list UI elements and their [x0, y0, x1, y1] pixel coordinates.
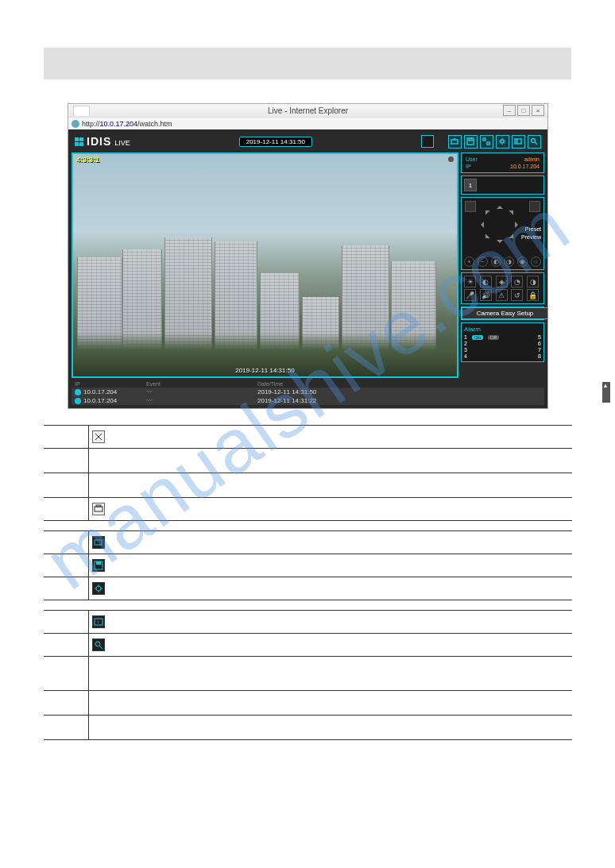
col-event: Event: [146, 381, 257, 387]
alarm-off-toggle[interactable]: Off: [488, 335, 499, 340]
col-ip: IP: [75, 381, 146, 387]
timestamp-display: 2019-12-11 14:31:50: [239, 137, 312, 147]
focus-far-button[interactable]: ◑: [504, 257, 514, 267]
alarm-5: 5: [538, 334, 541, 340]
image-control-panel: ☀ ◐ ◈ ◔ ◑ 🎤 🔊 ⚠ ↺ 🔒: [461, 272, 544, 304]
browser-tab[interactable]: [73, 106, 90, 116]
search-icon-ref: [92, 638, 105, 651]
ptz-right[interactable]: [515, 222, 521, 228]
print-icon-ref: [92, 503, 105, 515]
about-icon-ref: i: [92, 615, 105, 628]
video-pane[interactable]: 4:3:3:1 2019-12-11 14:31:50: [72, 152, 458, 378]
alarm-2: 2: [464, 341, 467, 346]
focus-near-button[interactable]: ◐: [491, 257, 501, 267]
close-button[interactable]: ×: [532, 105, 544, 116]
alarm-out-button[interactable]: ⚠: [496, 289, 508, 301]
preset-button[interactable]: Preset: [525, 226, 541, 232]
browser-window: Live - Internet Explorer – □ × http://10…: [68, 103, 548, 409]
scrollbar[interactable]: ▲: [602, 382, 610, 403]
svg-line-9: [535, 142, 537, 145]
user-label: User: [466, 156, 478, 162]
iris-close-button[interactable]: ○: [531, 257, 541, 267]
svg-line-21: [99, 646, 102, 649]
record-indicator: [448, 156, 454, 162]
iris-open-button[interactable]: ◉: [517, 257, 528, 267]
svg-point-8: [532, 139, 536, 143]
document-header-bar: [44, 48, 571, 79]
info-icon: [75, 389, 81, 395]
window-title: Live - Internet Explorer: [268, 106, 348, 115]
reset-button[interactable]: ↺: [511, 289, 523, 301]
alarm-title: Alarm: [464, 326, 541, 333]
alarm-panel: Alarm 1 On Off 5 2 6 3 7 4 8: [461, 322, 544, 362]
zoom-out-button[interactable]: −: [478, 257, 488, 267]
easy-setup-panel: Camera Easy Setup: [461, 307, 544, 320]
print-button[interactable]: [421, 135, 434, 148]
window-titlebar: Live - Internet Explorer – □ ×: [68, 104, 547, 117]
ptz-nw[interactable]: [481, 206, 489, 214]
svg-rect-4: [487, 142, 489, 145]
preview-button[interactable]: Preview: [521, 234, 541, 240]
svg-rect-12: [95, 507, 102, 511]
info-icon: [75, 398, 81, 404]
alarm-4: 4: [464, 353, 467, 359]
svg-rect-14: [95, 540, 102, 545]
logo: IDIS LIVE: [75, 135, 130, 148]
ip-value: 10.0.17.204: [510, 164, 540, 169]
save-button[interactable]: [464, 135, 478, 149]
about-button[interactable]: i: [512, 135, 525, 149]
ptz-corner-tl[interactable]: [465, 201, 476, 212]
lock-button[interactable]: 🔒: [527, 289, 539, 301]
url-scheme: http://: [82, 120, 100, 128]
search-mode-button[interactable]: [528, 135, 541, 149]
camera-icon-ref: [92, 536, 105, 549]
svg-rect-3: [483, 138, 485, 141]
toolbar-icons: i: [448, 135, 541, 149]
brightness-button[interactable]: ☀: [464, 276, 476, 287]
ptz-down[interactable]: [497, 240, 503, 246]
svg-text:i: i: [98, 619, 99, 624]
motion-icon: 〰: [146, 388, 257, 395]
mode-text: LIVE: [114, 139, 130, 147]
ptz-corner-tr[interactable]: [529, 201, 540, 212]
alarm-on-toggle[interactable]: On: [472, 335, 483, 340]
event-row[interactable]: 10.0.17.204 〰 2019-12-11 14:31:22: [72, 396, 544, 405]
minimize-button[interactable]: –: [503, 105, 516, 116]
zoom-in-button[interactable]: +: [464, 257, 474, 267]
alarm-7: 7: [538, 347, 541, 353]
draw-mode-button[interactable]: [480, 135, 493, 149]
ptz-up[interactable]: [497, 203, 503, 209]
svg-rect-1: [467, 138, 474, 145]
event-time: 2019-12-11 14:31:22: [257, 397, 316, 404]
alarm-1: 1: [464, 334, 467, 340]
maximize-button[interactable]: □: [517, 105, 530, 116]
camera-button[interactable]: [448, 135, 462, 149]
mic-button[interactable]: 🎤: [464, 289, 476, 301]
ptz-direction-pad: [478, 203, 521, 246]
ptz-left[interactable]: [478, 222, 484, 228]
ptz-se[interactable]: [509, 233, 517, 242]
saturation-button[interactable]: ◈: [496, 276, 508, 287]
ip-label: IP: [466, 164, 471, 169]
setup-button[interactable]: [496, 135, 509, 149]
camera-select-panel: 1: [461, 176, 544, 195]
alarm-6: 6: [538, 341, 541, 346]
motion-icon: 〰: [146, 397, 257, 404]
event-row[interactable]: 10.0.17.204 〰 2019-12-11 14:31:50 ▲: [72, 388, 544, 396]
top-bar: IDIS LIVE 2019-12-11 14:31:50 i: [72, 133, 544, 150]
contrast-button[interactable]: ◐: [480, 276, 492, 287]
easy-setup-button[interactable]: Camera Easy Setup: [462, 307, 548, 319]
sharpness-button[interactable]: ◑: [527, 276, 539, 287]
camera-1-button[interactable]: 1: [464, 179, 477, 191]
globe-icon: [72, 120, 79, 128]
url-host: 10.0.17.204: [100, 120, 138, 128]
svg-text:i: i: [516, 139, 517, 144]
save-icon-ref: [92, 559, 105, 572]
ptz-ne[interactable]: [509, 206, 517, 214]
address-bar[interactable]: http://10.0.17.204/watch.htm: [68, 117, 547, 129]
speaker-button[interactable]: 🔊: [480, 289, 492, 301]
hue-button[interactable]: ◔: [511, 276, 523, 287]
ptz-sw[interactable]: [481, 233, 489, 242]
alarm-8: 8: [538, 353, 541, 359]
user-value: admin: [524, 156, 540, 162]
